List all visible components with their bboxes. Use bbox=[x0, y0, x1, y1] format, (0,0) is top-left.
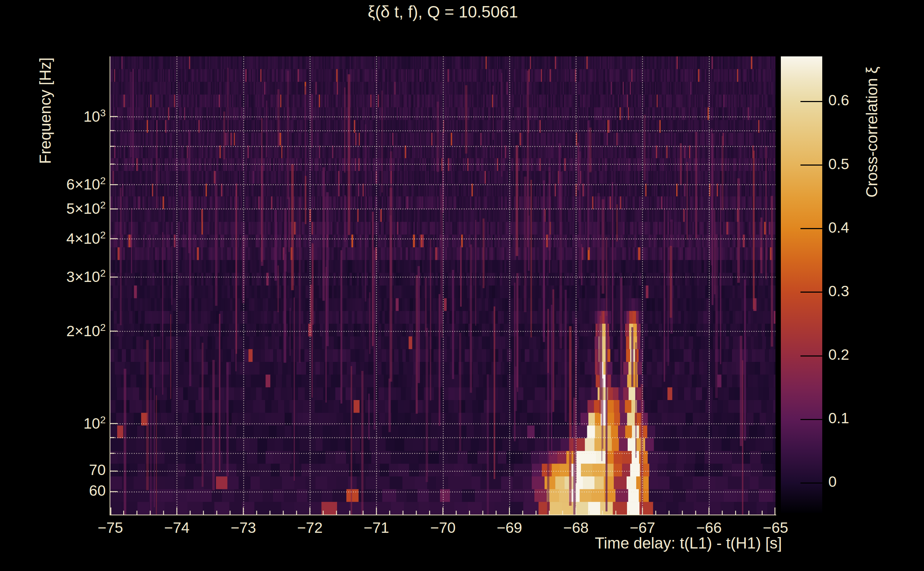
x-tick-label: −67 bbox=[617, 520, 667, 536]
colorbar-tick bbox=[800, 101, 822, 102]
colorbar-tick bbox=[800, 165, 822, 165]
colorbar-tick bbox=[800, 228, 822, 229]
colorbar-tick bbox=[800, 419, 822, 420]
x-tick-label: −65 bbox=[751, 520, 800, 536]
y-tick-label: 6×102 bbox=[34, 176, 106, 192]
colorbar-tick bbox=[800, 292, 822, 293]
y-tick-label: 60 bbox=[34, 483, 106, 498]
y-tick-label: 70 bbox=[34, 463, 106, 477]
colorbar-tick-label: 0.4 bbox=[828, 220, 900, 235]
x-tick-label: −72 bbox=[285, 520, 335, 536]
colorbar-tick-label: 0.1 bbox=[828, 411, 900, 426]
colorbar-tick bbox=[800, 483, 822, 483]
x-tick-label: −71 bbox=[351, 520, 401, 536]
y-tick-label: 102 bbox=[34, 415, 106, 431]
colorbar-tick-label: 0.2 bbox=[828, 347, 900, 362]
x-tick-label: −73 bbox=[218, 520, 269, 536]
x-tick-label: −68 bbox=[551, 520, 601, 536]
chart-title: ξ(δ t, f), Q = 10.5061 bbox=[110, 2, 776, 22]
colorbar-tick-label: 0.3 bbox=[828, 284, 900, 299]
x-tick-label: −75 bbox=[85, 520, 135, 536]
y-axis-line bbox=[110, 56, 110, 515]
y-tick-label: 4×102 bbox=[34, 230, 106, 246]
x-tick-label: −69 bbox=[485, 520, 535, 536]
y-tick-label: 2×102 bbox=[34, 323, 106, 339]
colorbar-tick-label: 0 bbox=[828, 474, 900, 489]
colorbar-label: Cross-correlation ξ bbox=[864, 67, 880, 198]
heatmap-canvas bbox=[110, 56, 776, 515]
x-axis-label: Time delay: t(L1) - t(H1) [s] bbox=[595, 536, 782, 551]
y-tick-label: 3×102 bbox=[34, 269, 106, 284]
x-tick-label: −66 bbox=[684, 520, 734, 536]
colorbar bbox=[781, 56, 822, 513]
y-tick-label: 103 bbox=[34, 108, 106, 124]
colorbar-tick-label: 0.5 bbox=[828, 157, 900, 172]
x-axis-line bbox=[110, 515, 776, 515]
x-tick-label: −74 bbox=[152, 520, 202, 536]
y-tick-label: 5×102 bbox=[34, 200, 106, 216]
qscan-figure: ξ(δ t, f), Q = 10.5061 Time delay: t(L1)… bbox=[0, 0, 924, 571]
colorbar-tick bbox=[800, 355, 822, 356]
colorbar-tick-label: 0.6 bbox=[828, 93, 900, 108]
x-tick-label: −70 bbox=[418, 520, 468, 536]
